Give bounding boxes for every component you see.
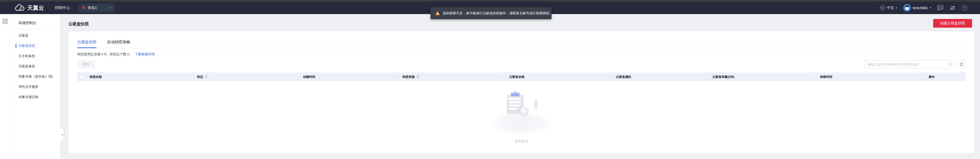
cloud-logo-icon	[14, 4, 25, 11]
language-selector[interactable]: En 中文 ▾	[880, 5, 897, 10]
column-label: 操作	[929, 75, 935, 79]
main-content: 云硬盘快照 创建云硬盘快照 云硬盘快照自动快照策略 快照使用总容量:0 B，快照…	[60, 14, 980, 159]
messages-icon[interactable]	[937, 5, 943, 11]
table-header: 快照名称状态创建时间快照来源云硬盘名称云硬盘属性云硬盘容量(GB)保留时间操作	[77, 72, 966, 81]
brand-name: 天翼云	[27, 4, 44, 11]
sidebar: 存储控制台 云硬盘云硬盘快照云主机备份云硬盘备份对象存储（原生版）Ⅰ型弹性文件服…	[10, 14, 60, 159]
toolbar-right	[864, 60, 966, 68]
quota-summary: 快照使用总容量:0 B，快照总个数:0。 了解配额详情	[77, 52, 966, 57]
column-header-4: 云硬盘名称	[506, 72, 612, 81]
empty-state: 暂无数据	[68, 81, 975, 144]
language-label: 中文	[887, 6, 894, 10]
sidebar-item-0[interactable]: 云硬盘	[10, 30, 60, 41]
column-header-1: 状态	[194, 72, 300, 81]
region-selector[interactable]: 华东1 ▾	[78, 3, 115, 12]
username: testchild1	[913, 6, 928, 10]
column-label: 创建时间	[303, 75, 315, 79]
search-icon[interactable]	[948, 62, 952, 66]
search-input[interactable]	[867, 62, 948, 66]
help-glyph: ?	[962, 5, 967, 11]
filter-icon[interactable]	[416, 75, 419, 79]
sidebar-item-5[interactable]: 弹性文件服务	[10, 82, 60, 92]
select-all-cell	[77, 72, 86, 81]
empty-text: 暂无数据	[515, 139, 528, 144]
warning-icon	[435, 11, 440, 15]
app-rail	[0, 14, 10, 159]
permission-warning-toast: 您的权限不足，将不能进行云硬盘快照操作，请联系主账号进行权限授权。	[431, 7, 552, 19]
empty-illustration	[488, 91, 555, 135]
page-title: 云硬盘快照	[68, 22, 89, 27]
column-header-8: 操作	[926, 72, 966, 81]
quota-details-link[interactable]: 了解配额详情	[135, 52, 155, 56]
chevron-down-icon: ▾	[896, 6, 897, 9]
chevron-down-icon: ▾	[930, 6, 931, 9]
delete-button[interactable]: 删除	[77, 60, 95, 68]
column-header-6: 云硬盘容量(GB)	[710, 72, 817, 81]
chevron-left-icon	[61, 134, 63, 136]
sidebar-title: 存储控制台	[10, 14, 60, 25]
search-box	[864, 60, 955, 68]
tab-1[interactable]: 自动快照策略	[107, 40, 130, 48]
column-header-0: 快照名称	[86, 72, 194, 81]
tabs-bar: 云硬盘快照自动快照策略	[77, 31, 966, 48]
help-icon[interactable]: ?	[962, 5, 967, 11]
column-header-5: 云硬盘属性	[612, 72, 709, 81]
column-header-3: 快照来源	[399, 72, 506, 81]
sidebar-item-3[interactable]: 云硬盘备份	[10, 61, 60, 72]
column-label: 保留时间	[820, 75, 832, 79]
sidebar-item-6[interactable]: 对象存储迁移	[10, 92, 60, 102]
chevron-down-icon: ▾	[110, 6, 111, 9]
user-menu[interactable]: testchild1 ▾	[903, 4, 931, 12]
settings-sliders-icon[interactable]	[950, 5, 956, 11]
filter-icon[interactable]	[205, 75, 208, 79]
no-data-x-icon	[520, 107, 529, 116]
services-menu-icon[interactable]	[2, 18, 8, 24]
select-all-checkbox[interactable]	[80, 75, 84, 79]
create-snapshot-button[interactable]: 创建云硬盘快照	[933, 19, 972, 28]
column-label: 云硬盘属性	[616, 75, 631, 79]
content-card: 云硬盘快照自动快照策略 快照使用总容量:0 B，快照总个数:0。 了解配额详情 …	[68, 31, 975, 154]
region-name: 华东1	[88, 6, 97, 10]
column-header-2: 创建时间	[300, 72, 399, 81]
column-label: 状态	[197, 75, 203, 79]
column-label: 云硬盘名称	[509, 75, 524, 79]
toast-message: 您的权限不足，将不能进行云硬盘快照操作，请联系主账号进行权限授权。	[443, 11, 552, 16]
sidebar-collapse-handle[interactable]	[60, 129, 64, 141]
language-icon: En	[880, 5, 885, 10]
sidebar-item-4[interactable]: 对象存储（原生版）Ⅰ型	[10, 72, 60, 82]
sidebar-menu: 云硬盘云硬盘快照云主机备份云硬盘备份对象存储（原生版）Ⅰ型弹性文件服务对象存储迁…	[10, 30, 60, 102]
column-label: 快照来源	[402, 75, 415, 79]
tab-0[interactable]: 云硬盘快照	[77, 40, 96, 48]
quota-text: 快照使用总容量:0 B，快照总个数:0。	[77, 52, 132, 56]
sidebar-item-2[interactable]: 云主机备份	[10, 51, 60, 61]
console-center-link[interactable]: 控制中心	[55, 5, 70, 10]
column-label: 云硬盘容量(GB)	[713, 75, 734, 79]
column-label: 快照名称	[89, 75, 102, 79]
refresh-button[interactable]	[958, 60, 966, 68]
avatar	[903, 4, 911, 12]
column-header-7: 保留时间	[817, 72, 926, 81]
brand-logo[interactable]: 天翼云	[14, 4, 44, 11]
nav-right-group: En 中文 ▾ testchild1 ▾ ?	[880, 4, 967, 12]
table-toolbar: 删除	[77, 60, 966, 68]
location-pin-icon	[82, 6, 86, 10]
sidebar-item-1[interactable]: 云硬盘快照	[10, 41, 60, 51]
